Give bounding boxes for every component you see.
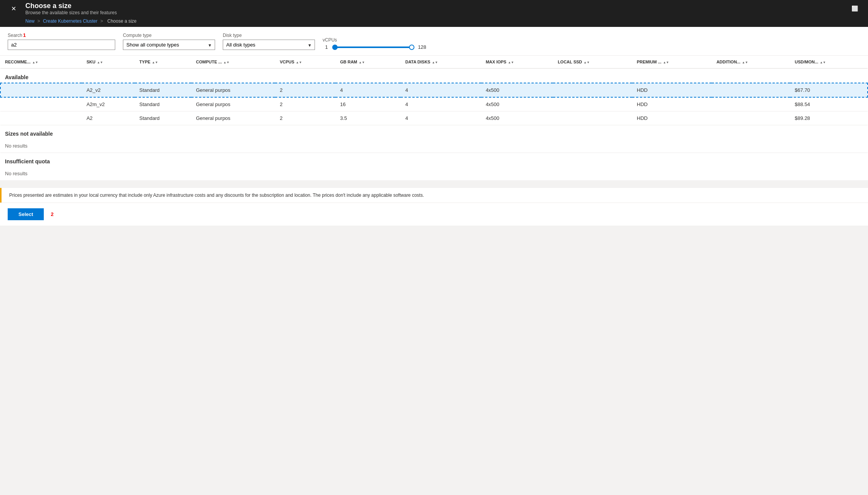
table-body: AvailableA2_v2StandardGeneral purpos2444… [0,68,868,180]
vcpus-slider-track[interactable] [335,47,412,48]
vcpus-label: vCPUs [323,37,428,43]
header-row: RECOMME...▲▼ SKU▲▼ TYPE▲▼ COMPUTE ...▲▼ … [0,56,868,68]
cell-type: Standard [135,111,191,125]
vcpus-min-value: 1 [323,44,330,50]
header-title-group: Choose a size Browse the available sizes… [25,2,117,15]
cell-gb_ram: 4 [335,83,401,97]
col-type[interactable]: TYPE▲▼ [135,56,191,68]
cell-local_ssd [553,111,632,125]
cell-premium: HDD [632,97,712,111]
cell-addition [712,111,790,125]
cell-premium: HDD [632,111,712,125]
cell-vcpus: 2 [275,83,335,97]
section-row: Insufficient quota [0,153,868,167]
breadcrumb-new[interactable]: New [25,18,35,24]
vcpus-slider-fill [335,47,412,48]
col-compute[interactable]: COMPUTE ...▲▼ [191,56,275,68]
page-title: Choose a size [25,2,117,10]
col-data-disks[interactable]: DATA DISKS▲▼ [401,56,481,68]
cell-data_disks: 4 [401,111,481,125]
cell-vcpus: 2 [275,111,335,125]
table-container: RECOMME...▲▼ SKU▲▼ TYPE▲▼ COMPUTE ...▲▼ … [0,56,868,180]
compute-type-label: Compute type [123,33,215,38]
maximize-button[interactable]: ⬜ [849,3,860,14]
cell-gb_ram: 3.5 [335,111,401,125]
breadcrumb-create[interactable]: Create Kubernetes Cluster [43,18,98,24]
cell-addition [712,83,790,97]
col-recommended[interactable]: RECOMME...▲▼ [0,56,82,68]
cell-max_iops: 4x500 [481,97,553,111]
cell-type: Standard [135,83,191,97]
section-row: Available [0,68,868,83]
search-group: Search1 [8,32,115,50]
col-usd-mon[interactable]: USD/MON...▲▼ [790,56,868,68]
cell-usd_mon: $67.70 [790,83,868,97]
col-vcpus[interactable]: VCPUS▲▼ [275,56,335,68]
vcpus-group: vCPUs 1 128 [323,37,428,50]
disk-type-wrapper: All disk types SSD HDD [223,40,315,50]
section-row: Sizes not available [0,125,868,140]
cell-local_ssd [553,97,632,111]
select-button[interactable]: Select [8,208,44,220]
col-local-ssd[interactable]: LOCAL SSD▲▼ [553,56,632,68]
cell-recommended [0,97,82,111]
col-max-iops[interactable]: MAX IOPS▲▼ [481,56,553,68]
sizes-table: RECOMME...▲▼ SKU▲▼ TYPE▲▼ COMPUTE ...▲▼ … [0,56,868,180]
filters-bar: Search1 Compute type Show all compute ty… [0,27,868,56]
cell-local_ssd [553,83,632,97]
cell-usd_mon: $88.54 [790,97,868,111]
cell-sku: A2_v2 [82,83,135,97]
cell-sku: A2 [82,111,135,125]
step1-badge: 1 [23,32,26,38]
cell-data_disks: 4 [401,83,481,97]
cell-premium: HDD [632,83,712,97]
header-bar: ✕ Choose a size Browse the available siz… [0,0,868,17]
step2-badge: 2 [51,211,53,217]
disk-type-label: Disk type [223,33,315,38]
table-row[interactable]: A2_v2StandardGeneral purpos2444x500HDD$6… [0,83,868,97]
footer-note-text: Prices presented are estimates in your l… [9,193,424,198]
cell-compute: General purpos [191,111,275,125]
col-sku[interactable]: SKU▲▼ [82,56,135,68]
disk-type-group: Disk type All disk types SSD HDD [223,33,315,50]
close-button[interactable]: ✕ [8,3,19,14]
search-label: Search1 [8,32,115,38]
footer-note: Prices presented are estimates in your l… [0,188,868,203]
no-results-row: No results [0,167,868,180]
cell-max_iops: 4x500 [481,83,553,97]
cell-compute: General purpos [191,83,275,97]
search-input[interactable] [8,40,115,50]
breadcrumb-current: Choose a size [107,18,136,24]
cell-type: Standard [135,97,191,111]
col-gb-ram[interactable]: GB RAM▲▼ [335,56,401,68]
vcpus-thumb-right[interactable] [409,45,414,50]
table-row[interactable]: A2StandardGeneral purpos23.544x500HDD$89… [0,111,868,125]
disk-type-select[interactable]: All disk types SSD HDD [223,40,315,50]
cell-recommended [0,111,82,125]
vcpus-row: 1 128 [323,44,428,50]
breadcrumb: New > Create Kubernetes Cluster > Choose… [0,17,868,27]
page-subtitle: Browse the available sizes and their fea… [25,10,117,15]
table-header: RECOMME...▲▼ SKU▲▼ TYPE▲▼ COMPUTE ...▲▼ … [0,56,868,68]
footer-actions: Select 2 [0,203,868,226]
cell-compute: General purpos [191,97,275,111]
cell-recommended [0,83,82,97]
no-results-row: No results [0,139,868,153]
vcpus-max-value: 128 [416,44,428,50]
cell-usd_mon: $89.28 [790,111,868,125]
compute-type-select[interactable]: Show all compute types General purpose C… [123,40,215,50]
cell-vcpus: 2 [275,97,335,111]
vcpus-thumb-left[interactable] [332,45,338,50]
cell-data_disks: 4 [401,97,481,111]
cell-gb_ram: 16 [335,97,401,111]
col-premium[interactable]: PREMIUM ...▲▼ [632,56,712,68]
compute-type-wrapper: Show all compute types General purpose C… [123,40,215,50]
cell-sku: A2m_v2 [82,97,135,111]
col-addition[interactable]: ADDITION...▲▼ [712,56,790,68]
cell-max_iops: 4x500 [481,111,553,125]
cell-addition [712,97,790,111]
compute-type-group: Compute type Show all compute types Gene… [123,33,215,50]
table-row[interactable]: A2m_v2StandardGeneral purpos21644x500HDD… [0,97,868,111]
